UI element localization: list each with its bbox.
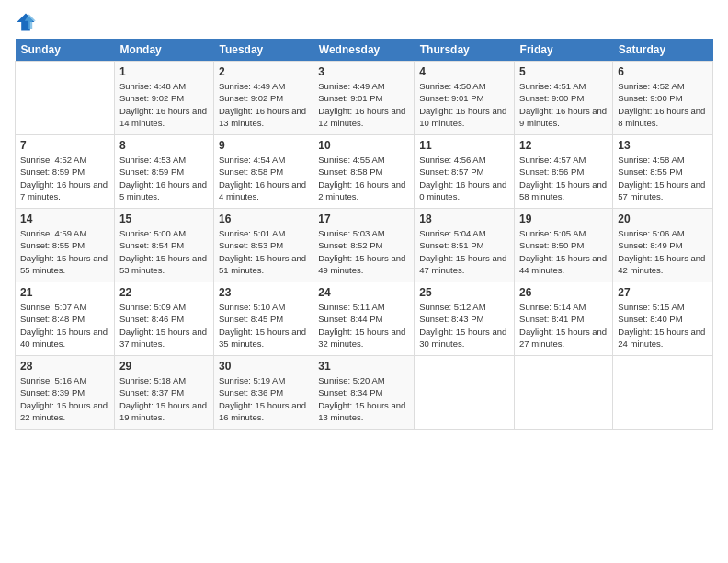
day-info: Sunrise: 5:15 AM Sunset: 8:40 PM Dayligh… <box>618 301 708 350</box>
week-row-5: 28 Sunrise: 5:16 AM Sunset: 8:39 PM Dayl… <box>16 356 713 430</box>
day-number: 14 <box>20 213 109 225</box>
day-cell: 18 Sunrise: 5:04 AM Sunset: 8:51 PM Dayl… <box>415 209 515 282</box>
day-cell <box>515 356 613 430</box>
day-cell: 3 Sunrise: 4:49 AM Sunset: 9:01 PM Dayli… <box>313 62 415 135</box>
day-cell: 14 Sunrise: 4:59 AM Sunset: 8:55 PM Dayl… <box>16 209 115 282</box>
day-info: Sunrise: 4:51 AM Sunset: 9:00 PM Dayligh… <box>519 80 608 129</box>
page-container: SundayMondayTuesdayWednesdayThursdayFrid… <box>0 0 728 437</box>
day-cell: 25 Sunrise: 5:12 AM Sunset: 8:43 PM Dayl… <box>415 282 515 356</box>
calendar-table: SundayMondayTuesdayWednesdayThursdayFrid… <box>15 39 713 430</box>
day-number: 31 <box>318 360 409 373</box>
day-number: 19 <box>519 213 608 225</box>
day-info: Sunrise: 5:00 AM Sunset: 8:54 PM Dayligh… <box>119 227 209 276</box>
day-cell: 24 Sunrise: 5:11 AM Sunset: 8:44 PM Dayl… <box>313 282 415 356</box>
day-number: 30 <box>219 360 308 373</box>
day-info: Sunrise: 5:16 AM Sunset: 8:39 PM Dayligh… <box>20 374 109 423</box>
day-info: Sunrise: 4:58 AM Sunset: 8:55 PM Dayligh… <box>618 154 708 202</box>
day-cell: 21 Sunrise: 5:07 AM Sunset: 8:48 PM Dayl… <box>16 282 115 356</box>
week-row-3: 14 Sunrise: 4:59 AM Sunset: 8:55 PM Dayl… <box>16 209 713 282</box>
day-cell: 7 Sunrise: 4:52 AM Sunset: 8:59 PM Dayli… <box>16 135 115 209</box>
day-info: Sunrise: 5:11 AM Sunset: 8:44 PM Dayligh… <box>318 301 409 350</box>
day-cell: 31 Sunrise: 5:20 AM Sunset: 8:34 PM Dayl… <box>313 356 415 430</box>
weekday-header-row: SundayMondayTuesdayWednesdayThursdayFrid… <box>16 39 713 62</box>
day-cell: 6 Sunrise: 4:52 AM Sunset: 9:00 PM Dayli… <box>613 62 713 135</box>
day-info: Sunrise: 5:19 AM Sunset: 8:36 PM Dayligh… <box>219 374 308 423</box>
day-number: 5 <box>519 65 608 78</box>
day-info: Sunrise: 4:55 AM Sunset: 8:58 PM Dayligh… <box>318 154 409 202</box>
day-number: 20 <box>618 213 708 225</box>
weekday-wednesday: Wednesday <box>313 39 415 62</box>
day-cell: 11 Sunrise: 4:56 AM Sunset: 8:57 PM Dayl… <box>415 135 515 209</box>
day-info: Sunrise: 5:06 AM Sunset: 8:49 PM Dayligh… <box>618 227 708 276</box>
day-cell: 2 Sunrise: 4:49 AM Sunset: 9:02 PM Dayli… <box>213 62 313 135</box>
day-number: 1 <box>119 65 209 78</box>
day-number: 15 <box>119 213 209 225</box>
day-info: Sunrise: 4:53 AM Sunset: 8:59 PM Dayligh… <box>119 154 209 202</box>
day-number: 16 <box>219 213 308 225</box>
weekday-monday: Monday <box>114 39 213 62</box>
day-info: Sunrise: 4:49 AM Sunset: 9:02 PM Dayligh… <box>219 80 308 129</box>
day-number: 18 <box>419 213 509 225</box>
day-info: Sunrise: 5:01 AM Sunset: 8:53 PM Dayligh… <box>219 227 308 276</box>
day-number: 29 <box>119 360 209 373</box>
week-row-1: 1 Sunrise: 4:48 AM Sunset: 9:02 PM Dayli… <box>16 62 713 135</box>
week-row-2: 7 Sunrise: 4:52 AM Sunset: 8:59 PM Dayli… <box>16 135 713 209</box>
logo <box>15 11 40 33</box>
day-info: Sunrise: 4:49 AM Sunset: 9:01 PM Dayligh… <box>318 80 409 129</box>
week-row-4: 21 Sunrise: 5:07 AM Sunset: 8:48 PM Dayl… <box>16 282 713 356</box>
weekday-friday: Friday <box>515 39 613 62</box>
day-number: 13 <box>618 139 708 152</box>
day-cell: 30 Sunrise: 5:19 AM Sunset: 8:36 PM Dayl… <box>213 356 313 430</box>
day-cell: 23 Sunrise: 5:10 AM Sunset: 8:45 PM Dayl… <box>213 282 313 356</box>
day-cell: 15 Sunrise: 5:00 AM Sunset: 8:54 PM Dayl… <box>114 209 213 282</box>
day-cell: 17 Sunrise: 5:03 AM Sunset: 8:52 PM Dayl… <box>313 209 415 282</box>
day-cell: 20 Sunrise: 5:06 AM Sunset: 8:49 PM Dayl… <box>613 209 713 282</box>
day-info: Sunrise: 5:04 AM Sunset: 8:51 PM Dayligh… <box>419 227 509 276</box>
day-cell: 8 Sunrise: 4:53 AM Sunset: 8:59 PM Dayli… <box>114 135 213 209</box>
day-cell: 1 Sunrise: 4:48 AM Sunset: 9:02 PM Dayli… <box>114 62 213 135</box>
day-number: 25 <box>419 286 509 299</box>
day-info: Sunrise: 4:59 AM Sunset: 8:55 PM Dayligh… <box>20 227 109 276</box>
day-number: 12 <box>519 139 608 152</box>
weekday-saturday: Saturday <box>613 39 713 62</box>
day-cell: 16 Sunrise: 5:01 AM Sunset: 8:53 PM Dayl… <box>213 209 313 282</box>
day-info: Sunrise: 4:50 AM Sunset: 9:01 PM Dayligh… <box>419 80 509 129</box>
day-info: Sunrise: 5:20 AM Sunset: 8:34 PM Dayligh… <box>318 374 409 423</box>
day-cell: 28 Sunrise: 5:16 AM Sunset: 8:39 PM Dayl… <box>16 356 115 430</box>
day-cell: 19 Sunrise: 5:05 AM Sunset: 8:50 PM Dayl… <box>515 209 613 282</box>
logo-icon <box>15 11 37 33</box>
day-cell: 12 Sunrise: 4:57 AM Sunset: 8:56 PM Dayl… <box>515 135 613 209</box>
day-info: Sunrise: 5:14 AM Sunset: 8:41 PM Dayligh… <box>519 301 608 350</box>
day-number: 23 <box>219 286 308 299</box>
day-info: Sunrise: 4:56 AM Sunset: 8:57 PM Dayligh… <box>419 154 509 202</box>
day-info: Sunrise: 5:18 AM Sunset: 8:37 PM Dayligh… <box>119 374 209 423</box>
day-info: Sunrise: 5:12 AM Sunset: 8:43 PM Dayligh… <box>419 301 509 350</box>
day-info: Sunrise: 4:54 AM Sunset: 8:58 PM Dayligh… <box>219 154 308 202</box>
day-info: Sunrise: 4:52 AM Sunset: 9:00 PM Dayligh… <box>618 80 708 129</box>
weekday-sunday: Sunday <box>16 39 115 62</box>
day-cell <box>415 356 515 430</box>
day-number: 21 <box>20 286 109 299</box>
day-cell: 10 Sunrise: 4:55 AM Sunset: 8:58 PM Dayl… <box>313 135 415 209</box>
day-number: 26 <box>519 286 608 299</box>
day-number: 11 <box>419 139 509 152</box>
day-cell: 4 Sunrise: 4:50 AM Sunset: 9:01 PM Dayli… <box>415 62 515 135</box>
day-info: Sunrise: 5:07 AM Sunset: 8:48 PM Dayligh… <box>20 301 109 350</box>
day-info: Sunrise: 4:48 AM Sunset: 9:02 PM Dayligh… <box>119 80 209 129</box>
day-number: 2 <box>219 65 308 78</box>
day-number: 3 <box>318 65 409 78</box>
day-number: 10 <box>318 139 409 152</box>
day-info: Sunrise: 5:03 AM Sunset: 8:52 PM Dayligh… <box>318 227 409 276</box>
day-number: 28 <box>20 360 109 373</box>
day-info: Sunrise: 5:09 AM Sunset: 8:46 PM Dayligh… <box>119 301 209 350</box>
header <box>15 11 713 33</box>
day-cell: 13 Sunrise: 4:58 AM Sunset: 8:55 PM Dayl… <box>613 135 713 209</box>
day-cell: 22 Sunrise: 5:09 AM Sunset: 8:46 PM Dayl… <box>114 282 213 356</box>
day-info: Sunrise: 5:05 AM Sunset: 8:50 PM Dayligh… <box>519 227 608 276</box>
day-number: 6 <box>618 65 708 78</box>
day-cell <box>613 356 713 430</box>
day-number: 17 <box>318 213 409 225</box>
day-cell: 29 Sunrise: 5:18 AM Sunset: 8:37 PM Dayl… <box>114 356 213 430</box>
day-number: 4 <box>419 65 509 78</box>
day-cell: 5 Sunrise: 4:51 AM Sunset: 9:00 PM Dayli… <box>515 62 613 135</box>
